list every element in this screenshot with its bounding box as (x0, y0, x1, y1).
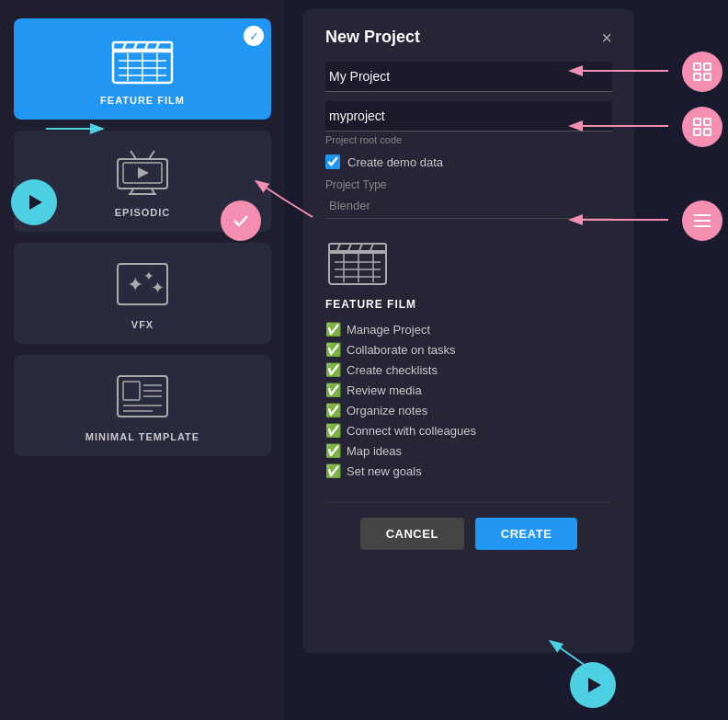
feature-film-label: FEATURE FILM (100, 95, 185, 106)
vfx-icon: ✦ ✦ ✦ (106, 257, 179, 312)
feature-item-7: ✅Map ideas (325, 443, 476, 458)
svg-rect-45 (694, 74, 700, 80)
cancel-button[interactable]: CANCEL (360, 518, 464, 550)
check-icon-4: ✅ (325, 383, 341, 397)
check-icon-2: ✅ (325, 342, 341, 357)
episodic-icon (106, 144, 179, 200)
new-project-modal: New Project × Project root code Create d… (303, 9, 634, 653)
annotation-circle-code (682, 107, 722, 147)
feature-film-title: FEATURE FILM (325, 298, 416, 311)
svg-marker-14 (138, 167, 149, 178)
close-button[interactable]: × (601, 29, 612, 47)
project-code-group: Project root code (325, 101, 612, 145)
sidebar-item-feature-film[interactable]: ✓ FEATURE FILM (14, 18, 271, 120)
annotation-play-circle-left (11, 179, 57, 225)
feature-item-3: ✅Create checklists (325, 362, 476, 377)
svg-text:✦: ✦ (127, 273, 143, 296)
project-type-group: Project Type Blender (325, 178, 612, 219)
feature-item-1: ✅Manage Project (325, 322, 476, 337)
check-icon-3: ✅ (325, 362, 341, 377)
modal-title: New Project (325, 28, 420, 47)
feature-item-6: ✅Connect with colleagues (325, 423, 476, 438)
svg-marker-57 (29, 195, 42, 210)
feature-item-8: ✅Set new goals (325, 463, 476, 478)
check-icon-6: ✅ (325, 423, 341, 438)
check-icon-5: ✅ (325, 403, 341, 417)
svg-rect-51 (704, 129, 711, 135)
feature-film-icon (106, 32, 179, 87)
project-name-input[interactable] (325, 62, 612, 92)
sidebar-item-vfx[interactable]: ✦ ✦ ✦ VFX (14, 243, 271, 344)
svg-rect-43 (694, 63, 700, 70)
modal-footer: CANCEL CREATE (325, 502, 612, 550)
svg-line-18 (131, 151, 136, 159)
minimal-template-icon (106, 369, 179, 424)
svg-rect-48 (694, 119, 700, 125)
vfx-label: VFX (131, 319, 154, 330)
project-name-group (325, 62, 612, 92)
annotation-check-circle (221, 200, 261, 241)
feature-item-5: ✅Organize notes (325, 403, 476, 417)
annotation-circle-name (682, 51, 722, 92)
project-type-label: Project Type (325, 178, 612, 191)
feature-item-4: ✅Review media (325, 383, 476, 397)
svg-rect-49 (704, 119, 711, 125)
minimal-template-label: MINIMAL TEMPLATE (85, 431, 199, 442)
svg-rect-44 (704, 63, 711, 70)
svg-rect-50 (694, 129, 700, 135)
feature-section-icon (325, 234, 390, 289)
project-code-hint: Project root code (325, 134, 612, 145)
check-icon-1: ✅ (325, 322, 341, 337)
sidebar: ✓ FEATURE FILM (0, 0, 285, 720)
demo-data-checkbox[interactable] (325, 154, 340, 169)
modal-header: New Project × (325, 28, 612, 47)
check-icon-8: ✅ (325, 463, 341, 478)
check-icon-7: ✅ (325, 443, 341, 458)
create-button[interactable]: CREATE (475, 518, 577, 550)
svg-marker-58 (588, 678, 601, 692)
svg-rect-25 (123, 382, 140, 400)
feature-section: FEATURE FILM ✅Manage Project ✅Collaborat… (325, 234, 612, 484)
project-code-input[interactable] (325, 101, 612, 131)
feature-item-2: ✅Collaborate on tasks (325, 342, 476, 357)
svg-text:✦: ✦ (151, 279, 165, 297)
demo-data-label[interactable]: Create demo data (347, 155, 443, 169)
svg-line-19 (149, 151, 154, 159)
demo-data-row: Create demo data (325, 154, 612, 169)
svg-rect-46 (704, 74, 711, 80)
feature-list: ✅Manage Project ✅Collaborate on tasks ✅C… (325, 322, 476, 484)
episodic-label: EPISODIC (115, 207, 171, 218)
annotation-circle-type (682, 200, 722, 241)
selected-checkmark: ✓ (244, 26, 264, 46)
svg-rect-31 (329, 251, 386, 284)
annotation-play-circle-bottom (570, 662, 616, 708)
project-type-value: Blender (325, 193, 612, 219)
sidebar-item-minimal-template[interactable]: MINIMAL TEMPLATE (14, 355, 271, 456)
